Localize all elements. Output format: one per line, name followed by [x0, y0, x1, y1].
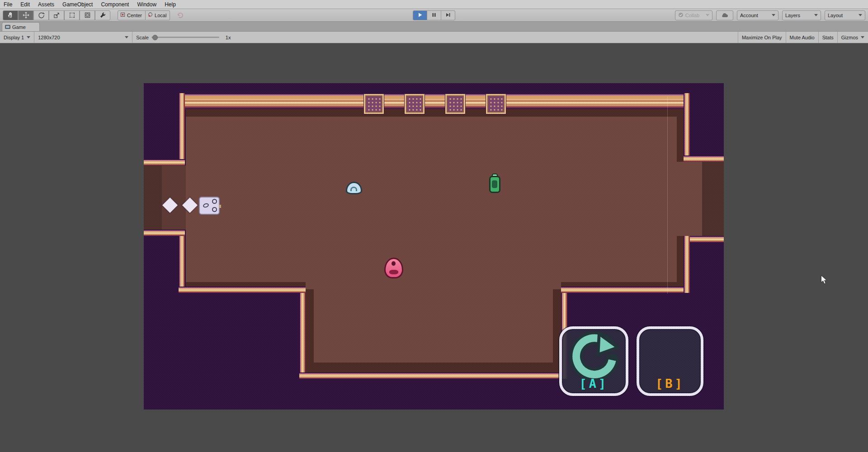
collab-label: Collab: [685, 13, 699, 18]
game-tab-label: Game: [12, 24, 26, 30]
slime-mouth: [389, 270, 398, 274]
play-controls: [413, 10, 455, 20]
scale-slider[interactable]: [151, 37, 219, 38]
move-icon: [23, 12, 29, 19]
snap-disabled-button: [176, 11, 184, 20]
tile-seam-line: [667, 97, 668, 294]
robot-eye: [212, 207, 217, 212]
wall-segment: [299, 372, 567, 379]
jar-contents: [492, 180, 497, 188]
menu-item-window[interactable]: Window: [137, 1, 156, 8]
ufo-creature: [346, 182, 362, 194]
stats-label: Stats: [822, 35, 834, 40]
slime-body: [384, 258, 403, 278]
game-button-b[interactable]: [B]: [637, 326, 703, 396]
menu-bar: File Edit Assets GameObject Component Wi…: [0, 0, 868, 9]
wrench-icon: [99, 12, 106, 19]
step-button[interactable]: [441, 10, 455, 20]
play-button[interactable]: [413, 10, 427, 20]
chevron-down-icon: [27, 36, 30, 38]
display-label: Display 1: [4, 35, 24, 40]
wall-segment: [684, 93, 690, 155]
menu-item-edit[interactable]: Edit: [20, 1, 30, 8]
ornate-wall-tile: [405, 94, 425, 114]
pause-icon: [431, 11, 437, 19]
game-render-surface[interactable]: [A] [B]: [144, 83, 724, 410]
resolution-dropdown[interactable]: 1280x720: [34, 32, 132, 43]
display-dropdown[interactable]: Display 1: [0, 32, 34, 43]
move-tool-button[interactable]: [18, 10, 33, 20]
pivot-icon: [120, 12, 126, 19]
maximize-on-play-label: Maximize On Play: [742, 35, 782, 40]
menu-item-gameobject[interactable]: GameObject: [62, 1, 93, 8]
scale-tool-button[interactable]: [49, 10, 64, 20]
menu-item-component[interactable]: Component: [101, 1, 129, 8]
pivot-toggle-button[interactable]: Center: [118, 10, 146, 20]
wall-segment: [144, 159, 185, 165]
custom-tool-button[interactable]: [95, 10, 110, 20]
rect-tool-button[interactable]: [64, 10, 80, 20]
gizmos-dropdown[interactable]: Gizmos: [838, 32, 868, 43]
chevron-down-icon: [125, 36, 128, 38]
main-toolbar: Center Local: [0, 9, 868, 22]
pause-button[interactable]: [427, 10, 441, 20]
layers-dropdown[interactable]: Layers: [782, 10, 821, 20]
game-view-toolbar: Display 1 1280x720 Scale 1x Maximize On …: [0, 32, 868, 43]
transform-tools-group: [3, 10, 110, 20]
menu-item-help[interactable]: Help: [165, 1, 176, 8]
stats-button[interactable]: Stats: [819, 32, 837, 43]
game-button-a[interactable]: [A]: [559, 326, 628, 396]
chevron-down-icon: [772, 14, 775, 16]
ornate-wall-tile: [364, 94, 384, 114]
rotation-toggle-button[interactable]: Local: [146, 10, 170, 20]
wall-segment: [684, 155, 724, 162]
wall-segment: [684, 236, 690, 293]
menu-item-file[interactable]: File: [4, 1, 12, 8]
wall-segment: [179, 93, 185, 162]
transform-icon: [84, 12, 91, 19]
pivot-label: Center: [127, 13, 142, 18]
layout-label: Layout: [828, 13, 843, 18]
mute-audio-button[interactable]: Mute Audio: [786, 32, 818, 43]
robot-antenna: [219, 205, 221, 208]
collab-dropdown[interactable]: Collab: [675, 10, 712, 20]
gizmos-label: Gizmos: [841, 35, 858, 40]
wall-shadow: [306, 363, 561, 372]
wall-segment: [299, 293, 306, 379]
wall-segment: [179, 287, 306, 293]
ufo-marking: [350, 187, 357, 191]
robot-eye: [212, 199, 217, 204]
wall-shadow: [306, 289, 314, 372]
scale-control: Scale 1x: [132, 32, 234, 43]
hand-tool-button[interactable]: [3, 10, 18, 20]
slime-eye: [392, 261, 396, 266]
robot-mouth: [203, 202, 209, 208]
wall-segment: [179, 93, 690, 109]
wall-segment: [144, 230, 185, 236]
step-icon: [445, 11, 451, 19]
corridor-shade: [702, 162, 724, 236]
play-icon: [417, 11, 423, 19]
scale-slider-knob[interactable]: [152, 35, 158, 40]
collab-check-icon: [678, 12, 684, 19]
rotation-icon: [147, 12, 153, 19]
cloud-button[interactable]: [716, 10, 733, 20]
pink-slime-creature: [384, 258, 403, 278]
cloud-icon: [721, 12, 728, 19]
maximize-on-play-button[interactable]: Maximize On Play: [738, 32, 786, 43]
rotate-tool-button[interactable]: [33, 10, 49, 20]
mute-audio-label: Mute Audio: [790, 35, 815, 40]
window-tab-bar: Game: [0, 22, 868, 32]
wall-segment: [561, 287, 690, 293]
chevron-down-icon: [859, 14, 862, 16]
scale-label: Scale: [136, 35, 149, 40]
rect-icon: [69, 12, 75, 19]
robot-player: [199, 197, 220, 215]
layout-dropdown[interactable]: Layout: [825, 10, 865, 20]
chevron-down-icon: [861, 36, 864, 38]
transform-tool-button[interactable]: [80, 10, 95, 20]
menu-item-assets[interactable]: Assets: [38, 1, 54, 8]
tab-game[interactable]: Game: [2, 22, 40, 31]
floor-region: [186, 109, 685, 289]
account-dropdown[interactable]: Account: [737, 10, 778, 20]
